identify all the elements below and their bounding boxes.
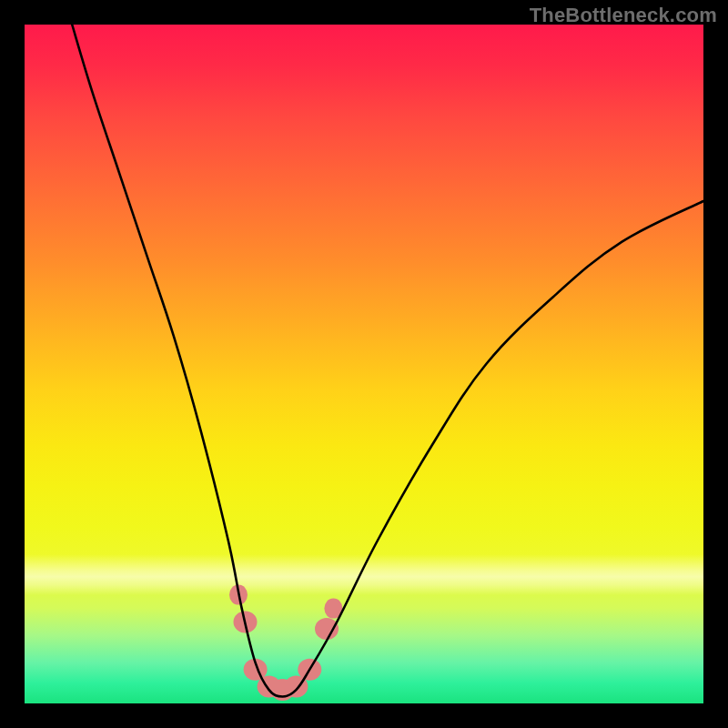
chart-svg [25,25,703,703]
plot-area [25,25,703,703]
marker-blob [315,618,339,640]
v-curve [72,25,703,697]
chart-frame: TheBottleneck.com [0,0,728,728]
line-layer [72,25,703,697]
watermark-text: TheBottleneck.com [530,4,717,27]
